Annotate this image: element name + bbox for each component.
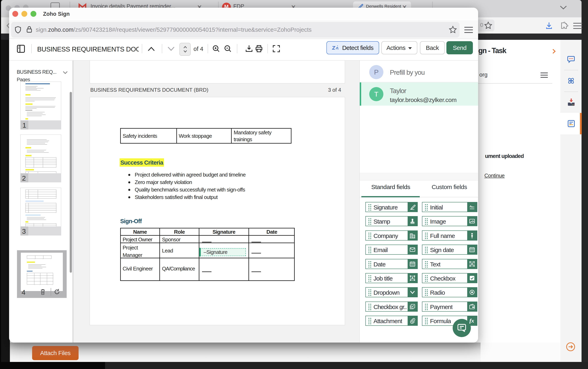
svg-text:A: A: [411, 276, 414, 280]
svg-text:A: A: [471, 262, 473, 266]
svg-text:fx: fx: [469, 318, 474, 324]
